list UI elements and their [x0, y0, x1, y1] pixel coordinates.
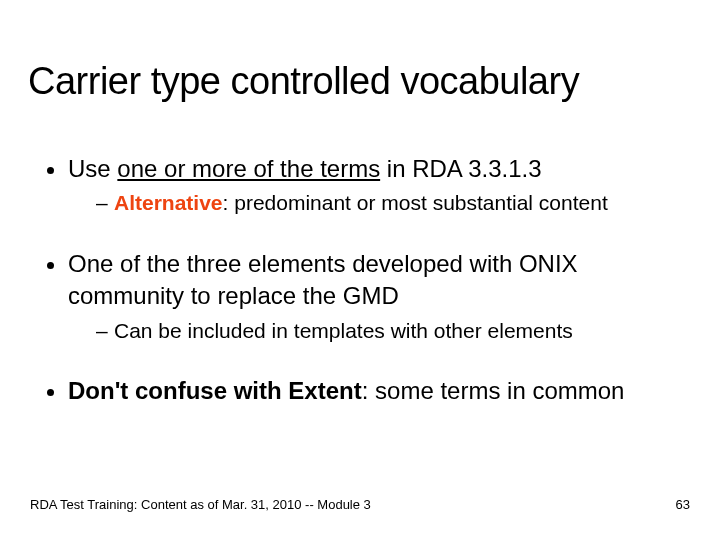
bullet-1-tail: in RDA 3.3.1.3 [380, 155, 541, 182]
bullet-2-text: One of the three elements developed with… [68, 250, 578, 309]
alternative-text: : predominant or most substantial conten… [223, 191, 608, 214]
alternative-label: Alternative [114, 191, 223, 214]
bullet-1: Use one or more of the terms in RDA 3.3.… [68, 153, 692, 218]
bullet-2-sub-item: Can be included in templates with other … [96, 317, 692, 345]
slide-title: Carrier type controlled vocabulary [28, 0, 692, 153]
bullet-2: One of the three elements developed with… [68, 248, 692, 345]
bullet-1-lead: Use [68, 155, 117, 182]
bullet-1-underline: one or more of the terms [117, 155, 380, 182]
footer: RDA Test Training: Content as of Mar. 31… [30, 497, 690, 512]
slide: Carrier type controlled vocabulary Use o… [0, 0, 720, 540]
footer-left: RDA Test Training: Content as of Mar. 31… [30, 497, 371, 512]
bullet-3-bold: Don't confuse with Extent [68, 377, 362, 404]
bullet-2-sub-text: Can be included in templates with other … [114, 319, 573, 342]
bullet-1-sub-item: Alternative: predominant or most substan… [96, 189, 692, 217]
slide-number: 63 [676, 497, 690, 512]
bullet-2-sub: Can be included in templates with other … [68, 317, 692, 345]
bullet-3-tail: : some terms in common [362, 377, 625, 404]
bullet-list: Use one or more of the terms in RDA 3.3.… [28, 153, 692, 407]
bullet-3: Don't confuse with Extent: some terms in… [68, 375, 692, 407]
bullet-1-sub: Alternative: predominant or most substan… [68, 189, 692, 217]
